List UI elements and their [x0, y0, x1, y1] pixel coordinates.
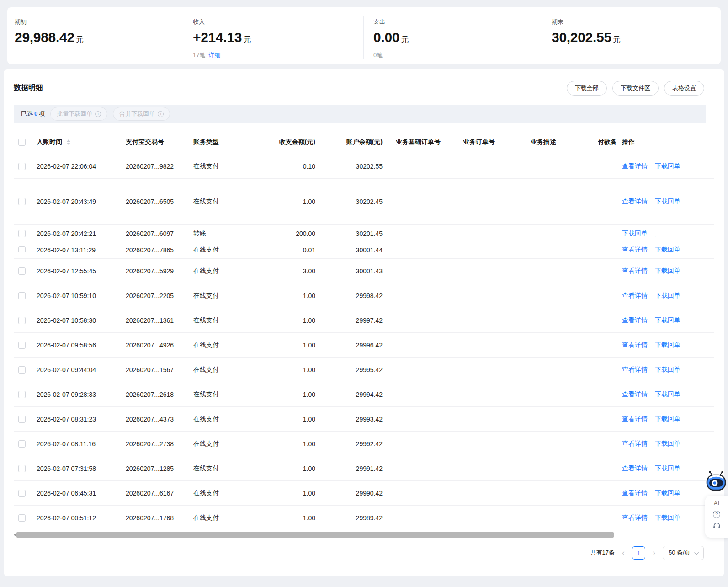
batch-download-button[interactable]: 批量下载回单: [50, 107, 107, 121]
view-detail-link[interactable]: 查看详情: [622, 415, 648, 423]
cell-amount: 1.00: [256, 283, 315, 308]
download-receipt-link[interactable]: 下载回单: [655, 267, 680, 275]
download-receipt-link[interactable]: 下载回单: [655, 489, 680, 497]
view-detail-link[interactable]: 下载回单: [622, 229, 648, 238]
cell-balance: 29991.42: [319, 456, 383, 480]
cell-txid: 20260207...9822: [126, 154, 191, 178]
view-detail-link[interactable]: 查看详情: [622, 440, 648, 448]
view-detail-link[interactable]: 查看详情: [622, 464, 648, 473]
table-row: 2026-02-07 00:51:12 20260207...1768 在线支付…: [14, 506, 714, 530]
info-icon[interactable]: [158, 111, 164, 117]
batch-download-label: 批量下载回单: [57, 110, 92, 118]
download-receipt-link[interactable]: 下载回单: [655, 440, 680, 448]
income-detail-link[interactable]: 详细: [208, 52, 220, 59]
download-receipt-link[interactable]: 下载回单: [655, 162, 680, 171]
sort-icon[interactable]: [67, 139, 70, 145]
download-receipt-link[interactable]: 下载回单: [655, 197, 680, 206]
download-receipt-link[interactable]: 下载回单: [655, 390, 680, 399]
row-checkbox[interactable]: [18, 391, 26, 398]
row-checkbox[interactable]: [18, 292, 26, 299]
row-checkbox-cell: [18, 358, 28, 382]
table-settings-button[interactable]: 表格设置: [664, 81, 704, 96]
download-receipt-link[interactable]: 下载回单: [655, 292, 680, 300]
view-detail-link[interactable]: 查看详情: [622, 292, 648, 300]
cell-balance: 29990.42: [319, 481, 383, 505]
row-checkbox[interactable]: [18, 163, 26, 170]
select-all-checkbox[interactable]: [18, 139, 26, 146]
scrollbar-thumb[interactable]: [16, 532, 614, 538]
download-receipt-link[interactable]: 下载回单: [655, 514, 680, 522]
download-filezone-button[interactable]: 下载文件区: [612, 81, 659, 96]
stat-count: 0笔: [373, 52, 383, 59]
row-checkbox[interactable]: [18, 198, 26, 205]
download-receipt-link[interactable]: 下载回单: [655, 316, 680, 325]
download-receipt-link[interactable]: 下载回单: [655, 246, 680, 254]
download-receipt-link[interactable]: 下载回单: [655, 415, 680, 423]
stat-unit: 元: [613, 35, 621, 44]
transactions-table: 入账时间 支付宝交易号 账务类型 收支金额(元) 账户余额(元) 业务基础订单号…: [14, 131, 714, 530]
stat-unit: 元: [243, 35, 251, 44]
download-receipt-link[interactable]: 下载回单: [655, 341, 680, 349]
total-count: 共有17条: [590, 549, 615, 557]
row-checkbox[interactable]: [18, 465, 26, 472]
row-checkbox-cell: [18, 308, 28, 332]
scroll-left-icon[interactable]: [14, 533, 16, 537]
info-icon[interactable]: [95, 111, 101, 117]
row-checkbox[interactable]: [18, 246, 26, 254]
row-checkbox[interactable]: [18, 267, 26, 275]
page-number[interactable]: 1: [632, 546, 645, 560]
col-time: 入账时间: [37, 131, 117, 154]
view-detail-link[interactable]: 查看详情: [622, 162, 648, 171]
cell-type: 在线支付: [193, 481, 255, 505]
table-row: 2026-02-07 22:06:04 20260207...9822 在线支付…: [14, 154, 714, 179]
view-detail-link[interactable]: 查看详情: [622, 489, 648, 497]
cell-amount: 1.00: [256, 308, 315, 332]
row-checkbox[interactable]: [18, 514, 26, 522]
cell-type: 在线支付: [193, 382, 255, 406]
next-page-icon[interactable]: ›: [652, 549, 656, 557]
col-order: 业务订单号: [463, 131, 528, 154]
view-detail-link[interactable]: 查看详情: [622, 246, 648, 254]
table-row: 2026-02-07 08:11:16 20260207...2738 在线支付…: [14, 432, 714, 456]
table-row: 2026-02-07 06:45:31 20260207...6167 在线支付…: [14, 481, 714, 506]
view-detail-link[interactable]: 查看详情: [622, 390, 648, 399]
view-detail-link[interactable]: 查看详情: [622, 514, 648, 522]
headset-icon[interactable]: [713, 522, 721, 531]
cell-amount: 0.01: [256, 242, 315, 258]
cell-amount: 1.00: [256, 358, 315, 382]
view-detail-link[interactable]: 查看详情: [622, 267, 648, 275]
panel-header: 数据明细 下载全部 下载文件区 表格设置: [4, 80, 724, 96]
view-detail-link[interactable]: 查看详情: [622, 366, 648, 374]
col-actions: 操作: [616, 131, 714, 154]
row-checkbox[interactable]: [18, 317, 26, 324]
cell-time: 2026-02-07 20:42:21: [37, 225, 117, 242]
download-receipt-link[interactable]: 下载回单: [655, 464, 680, 473]
row-content: 2026-02-07 20:43:49 20260207...6505 在线支付…: [14, 179, 714, 224]
row-checkbox[interactable]: [18, 416, 26, 423]
help-icon[interactable]: [713, 511, 720, 518]
view-detail-link[interactable]: 查看详情: [622, 197, 648, 206]
cell-type: 在线支付: [193, 179, 255, 224]
row-checkbox[interactable]: [18, 366, 26, 374]
cell-txid: 20260207...1361: [126, 308, 191, 332]
download-all-button[interactable]: 下载全部: [567, 81, 607, 96]
row-checkbox[interactable]: [18, 342, 26, 349]
row-checkbox[interactable]: [18, 230, 26, 237]
stat-label: 收入: [193, 18, 363, 26]
prev-page-icon[interactable]: ‹: [621, 549, 626, 557]
stat-unit: 元: [401, 35, 409, 44]
view-detail-link[interactable]: 查看详情: [622, 341, 648, 349]
row-checkbox[interactable]: [18, 490, 26, 497]
stat-label: 期初: [15, 18, 183, 26]
selection-bar: 已选0项 批量下载回单 合并下载回单: [14, 105, 706, 123]
robot-avatar-icon[interactable]: [705, 471, 727, 494]
download-receipt-link[interactable]: 下载回单: [655, 366, 680, 374]
cell-time: 2026-02-07 00:51:12: [37, 506, 117, 530]
cell-balance: 29994.42: [319, 382, 383, 406]
merge-download-button[interactable]: 合并下载回单: [113, 107, 170, 121]
page-size-select[interactable]: 50 条/页: [663, 546, 704, 560]
assistant-label[interactable]: AI: [714, 500, 719, 507]
col-txid: 支付宝交易号: [126, 131, 191, 154]
view-detail-link[interactable]: 查看详情: [622, 316, 648, 325]
row-checkbox[interactable]: [18, 440, 26, 448]
